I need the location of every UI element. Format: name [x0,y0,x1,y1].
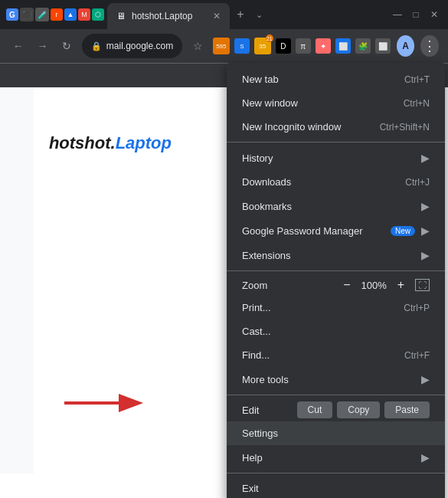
forward-button[interactable]: → [34,35,52,57]
zoom-controls: − 100% + ⛶ [337,279,430,291]
minimize-button[interactable]: — [390,7,405,22]
menu-item-bookmarks[interactable]: Bookmarks ▶ [227,194,445,218]
active-tab[interactable]: 🖥 hotshot.Laptop ✕ [107,3,230,29]
ext-icon-4[interactable]: D [276,38,291,54]
menu-item-exit[interactable]: Exit [227,477,445,498]
close-button[interactable]: ✕ [427,7,442,22]
chrome-menu-button[interactable]: ⋮ [420,35,439,57]
ext-icon-1[interactable]: 595 [213,38,230,54]
active-tab-title: hotshot.Laptop [132,11,192,21]
fullscreen-icon[interactable]: ⛶ [415,279,430,291]
ext-icon-5[interactable]: π [296,38,311,54]
reload-button[interactable]: ↻ [57,35,76,57]
bookmark-star-icon[interactable]: ☆ [188,35,207,57]
separator-1 [227,142,445,143]
ext-icon-7[interactable]: ⬜ [335,38,351,54]
menu-item-new-incognito[interactable]: New Incognito window Ctrl+Shift+N [227,115,445,139]
browser-toolbar: ← → ↻ 🔒 mail.google.com ☆ 595 S 35 21 D … [0,29,448,63]
address-text: mail.google.com [106,41,173,51]
favicon-chatgpt[interactable]: ⬡ [92,8,104,21]
favicon-tab2[interactable]: ⬛ [20,8,34,21]
brand-hotshot: hotshot. [49,133,116,152]
separator-4 [227,473,445,473]
active-tab-favicon: 🖥 [116,11,126,21]
menu-item-new-window[interactable]: New window Ctrl+N [227,91,445,115]
copy-button[interactable]: Copy [337,401,380,418]
lock-icon: 🔒 [91,41,102,51]
menu-item-new-tab[interactable]: New tab Ctrl+T [227,67,445,91]
chrome-dropdown-menu: New tab Ctrl+T New window Ctrl+N New Inc… [227,63,445,498]
ext-icon-3[interactable]: 35 21 [254,38,271,54]
favicon-reddit[interactable]: r [51,8,63,21]
edit-row: Edit Cut Copy Paste [227,398,445,421]
ext-icon-6[interactable]: ✦ [316,38,331,54]
profile-avatar[interactable]: A [397,35,415,57]
cut-button[interactable]: Cut [297,401,333,418]
menu-item-find[interactable]: Find... Ctrl+F [227,343,445,367]
menu-item-settings[interactable]: Settings [227,421,445,445]
brand-laptop: Laptop [116,133,172,152]
ext-icon-9[interactable]: ⬜ [375,38,391,54]
menu-item-extensions[interactable]: Extensions ▶ [227,243,445,267]
favicon-ads[interactable]: ▲ [64,8,77,21]
menu-item-print[interactable]: Print... Ctrl+P [227,296,445,319]
extensions-bar: 595 S 35 21 D π ✦ ⬜ 🧩 ⬜ [213,38,391,54]
new-badge: New [391,226,415,236]
paste-button[interactable]: Paste [384,401,430,418]
close-tab-icon[interactable]: ✕ [213,11,221,21]
ext-icon-2[interactable]: S [234,38,250,54]
favicon-google[interactable]: G [6,8,18,21]
menu-item-cast[interactable]: Cast... [227,319,445,343]
new-tab-button[interactable]: + [233,7,248,22]
red-arrow [57,388,149,421]
menu-item-help[interactable]: Help ▶ [227,445,445,470]
back-button[interactable]: ← [9,35,28,57]
zoom-plus-button[interactable]: + [391,279,410,291]
maximize-button[interactable]: □ [408,7,423,22]
zoom-minus-button[interactable]: − [337,279,356,291]
ext-icon-8[interactable]: 🧩 [355,38,371,54]
menu-item-downloads[interactable]: Downloads Ctrl+J [227,170,445,194]
favicon-lab[interactable]: 🧪 [35,8,49,21]
tab-search-button[interactable]: ⌄ [251,7,267,22]
menu-item-more-tools[interactable]: More tools ▶ [227,367,445,392]
menu-item-history[interactable]: History ▶ [227,146,445,170]
separator-2 [227,270,445,271]
favicon-gmail[interactable]: M [78,8,90,21]
separator-3 [227,395,445,395]
zoom-value: 100% [357,280,391,291]
menu-item-zoom: Zoom − 100% + ⛶ [227,274,445,296]
inactive-tabs: G ⬛ 🧪 r ▲ M ⬡ [6,8,104,21]
address-bar[interactable]: 🔒 mail.google.com [82,34,182,58]
tab-bar: G ⬛ 🧪 r ▲ M ⬡ 🖥 hotshot.Laptop ✕ + ⌄ — □… [0,0,448,29]
menu-item-password-manager[interactable]: Google Password Manager New ▶ [227,218,445,243]
